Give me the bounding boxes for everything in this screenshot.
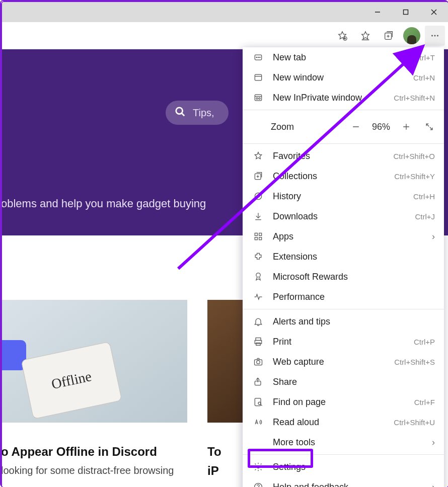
article2-title-a[interactable]: To [207, 445, 221, 459]
article1-thumb[interactable]: Offline [1, 300, 187, 423]
menu-label: Help and feedback [273, 482, 432, 488]
menu-collections[interactable]: Collections Ctrl+Shift+Y [243, 166, 444, 186]
menu-performance[interactable]: Performance [243, 287, 444, 307]
star-icon [253, 150, 264, 161]
menu-shortcut: Ctrl+Shift+S [394, 358, 435, 366]
menu-label: Collections [273, 171, 394, 182]
site-search[interactable]: Tips, [166, 101, 229, 125]
menu-label: Apps [273, 231, 432, 242]
svg-point-13 [437, 35, 438, 36]
svg-rect-20 [255, 74, 261, 80]
menu-share[interactable]: Share [243, 372, 444, 392]
svg-rect-37 [255, 233, 257, 235]
menu-label: New tab [273, 52, 414, 63]
keyboard-key: Offline [21, 342, 122, 420]
svg-point-14 [176, 107, 183, 114]
menu-shortcut: Ctrl+Shift+O [393, 152, 435, 160]
menu-new-window[interactable]: New window Ctrl+N [243, 67, 444, 88]
svg-point-19 [260, 57, 260, 57]
svg-rect-40 [259, 237, 262, 240]
svg-rect-22 [255, 95, 261, 101]
menu-shortcut: Ctrl+T [414, 53, 435, 62]
menu-separator [243, 143, 444, 144]
svg-line-15 [182, 113, 185, 116]
menu-apps[interactable]: Apps › [243, 226, 444, 247]
menu-extensions[interactable]: Extensions [243, 247, 444, 267]
new-window-icon [253, 72, 264, 83]
menu-help[interactable]: Help and feedback › [243, 477, 444, 487]
article1-title[interactable]: o Appear Offline in Discord [1, 445, 157, 459]
gear-icon [253, 461, 264, 472]
svg-point-51 [257, 466, 260, 468]
menu-separator [243, 309, 444, 309]
minimize-button[interactable] [363, 2, 392, 22]
svg-point-12 [434, 35, 436, 36]
svg-point-52 [255, 483, 262, 488]
chevron-right-icon: › [432, 482, 435, 488]
collections-button[interactable] [379, 26, 399, 46]
menu-more-tools[interactable]: More tools › [243, 432, 444, 452]
menu-shortcut: Ctrl+Shift+N [394, 94, 435, 102]
menu-read-aloud[interactable]: Read aloud Ctrl+Shift+U [243, 412, 444, 432]
menu-separator [243, 110, 444, 110]
menu-history[interactable]: History Ctrl+H [243, 186, 444, 206]
menu-label: Read aloud [273, 417, 394, 428]
blank-icon [253, 437, 264, 448]
collections-icon [253, 171, 264, 182]
profile-button[interactable] [402, 26, 422, 46]
zoom-label: Zoom [271, 122, 344, 132]
zoom-in-button[interactable] [395, 117, 418, 137]
menu-shortcut: Ctrl+F [414, 398, 435, 407]
maximize-button[interactable] [392, 2, 420, 22]
menu-separator [243, 454, 444, 455]
read-aloud-icon [253, 417, 264, 428]
menu-find[interactable]: Find on page Ctrl+F [243, 392, 444, 412]
svg-rect-44 [256, 343, 260, 346]
rewards-icon [253, 271, 264, 282]
menu-shortcut: Ctrl+Shift+Y [394, 172, 435, 181]
menu-settings[interactable]: Settings [243, 457, 444, 477]
chevron-right-icon: › [432, 231, 435, 242]
hero-tagline: oblems and help you make gadget buying [1, 197, 206, 210]
menu-zoom: Zoom 96% [243, 112, 444, 141]
menu-label: Microsoft Rewards [273, 272, 435, 282]
svg-line-30 [430, 127, 432, 130]
menu-shortcut: Ctrl+Shift+U [394, 418, 435, 427]
article1-sub: looking for some distract-free browsing [1, 465, 174, 476]
share-icon [253, 376, 264, 387]
close-button[interactable] [420, 2, 448, 22]
menu-new-tab[interactable]: New tab Ctrl+T [243, 47, 444, 67]
menu-label: Favorites [273, 151, 393, 161]
svg-rect-1 [404, 10, 408, 15]
camera-icon [253, 356, 264, 367]
menu-downloads[interactable]: Downloads Ctrl+J [243, 206, 444, 226]
svg-line-29 [426, 124, 429, 126]
menu-web-capture[interactable]: Web capture Ctrl+Shift+S [243, 352, 444, 372]
svg-point-41 [256, 273, 260, 277]
add-favorite-button[interactable] [332, 26, 352, 46]
article2-sub[interactable]: iP [207, 464, 219, 478]
search-icon [175, 106, 186, 120]
zoom-out-button[interactable] [344, 117, 367, 137]
browser-toolbar [2, 22, 448, 49]
more-button[interactable] [425, 26, 445, 46]
menu-rewards[interactable]: Microsoft Rewards [243, 267, 444, 287]
svg-point-24 [256, 98, 258, 99]
menu-label: Alerts and tips [273, 316, 435, 327]
settings-more-menu: New tab Ctrl+T New window Ctrl+N New InP… [243, 47, 444, 487]
menu-favorites[interactable]: Favorites Ctrl+Shift+O [243, 146, 444, 166]
window-titlebar [2, 2, 448, 22]
menu-shortcut: Ctrl+N [413, 73, 435, 82]
menu-label: Downloads [273, 211, 415, 222]
history-icon [253, 191, 264, 202]
menu-alerts[interactable]: Alerts and tips [243, 311, 444, 332]
performance-icon [253, 291, 264, 302]
favorites-button[interactable] [355, 26, 376, 46]
menu-label: More tools [273, 437, 432, 448]
fullscreen-button[interactable] [418, 117, 441, 137]
svg-rect-38 [259, 233, 262, 235]
menu-label: New InPrivate window [273, 93, 394, 103]
menu-new-inprivate[interactable]: New InPrivate window Ctrl+Shift+N [243, 88, 444, 108]
menu-label: Share [273, 377, 435, 387]
menu-print[interactable]: Print Ctrl+P [243, 332, 444, 352]
